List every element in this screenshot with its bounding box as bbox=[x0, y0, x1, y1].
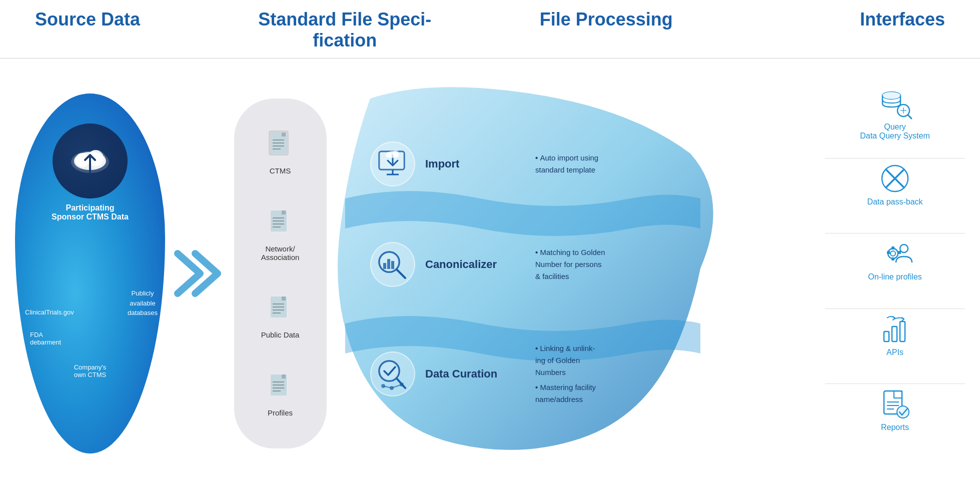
doc-public: Public Data bbox=[261, 294, 300, 339]
interface-profiles: On-line profiles bbox=[825, 238, 965, 308]
interface-passback: Data pass-back bbox=[825, 164, 965, 234]
query-label: QueryData Query System bbox=[860, 122, 930, 140]
svg-point-69 bbox=[900, 244, 908, 252]
interface-reports: Reports bbox=[825, 389, 965, 458]
cloud-upload-icon bbox=[53, 124, 128, 198]
import-icon bbox=[370, 142, 415, 186]
data-curation-row: Data Curation Linking & unlink-ing of Go… bbox=[370, 342, 695, 406]
svg-rect-67 bbox=[887, 251, 890, 254]
svg-rect-44 bbox=[387, 259, 390, 269]
source-data-section: ParticipatingSponsor CTMS Data ClinicalT… bbox=[10, 78, 170, 468]
api-icon bbox=[880, 314, 910, 344]
file-processing-section: Import Auto import usingstandard templat… bbox=[330, 78, 820, 468]
svg-line-53 bbox=[392, 384, 402, 388]
reports-icon bbox=[880, 389, 910, 419]
profiles-label: On-line profiles bbox=[868, 272, 922, 282]
svg-rect-66 bbox=[891, 258, 894, 260]
svg-rect-31 bbox=[271, 374, 287, 396]
svg-line-57 bbox=[908, 115, 911, 118]
header-file-processing: File Processing bbox=[540, 9, 673, 30]
interfaces-section: QueryData Query System Data pass-back bbox=[820, 78, 970, 468]
svg-rect-43 bbox=[383, 263, 386, 269]
data-curation-label: Data Curation bbox=[425, 368, 515, 380]
import-bullets: Auto import usingstandard template bbox=[535, 152, 598, 176]
file-spec-section: CTMS Network/Association bbox=[230, 98, 330, 448]
source-data-blob: ParticipatingSponsor CTMS Data ClinicalT… bbox=[15, 94, 165, 454]
header-file-spec: Standard File Speci-fication bbox=[258, 9, 431, 50]
clinicaltrials-label: ClinicalTrials.gov bbox=[25, 308, 74, 316]
fda-label: FDAdebarment bbox=[30, 331, 61, 346]
passback-icon bbox=[880, 164, 910, 194]
canonicalizer-label: Canonicalizer bbox=[425, 258, 515, 271]
doc-network: Network/Association bbox=[261, 208, 300, 262]
svg-rect-25 bbox=[271, 296, 287, 318]
svg-point-38 bbox=[386, 152, 392, 158]
file-spec-pill: CTMS Network/Association bbox=[234, 98, 327, 448]
profiles-icon bbox=[879, 238, 911, 268]
svg-rect-72 bbox=[900, 322, 905, 342]
header-source-data: Source Data bbox=[35, 9, 140, 30]
svg-point-77 bbox=[897, 406, 909, 418]
arrow-section bbox=[170, 244, 230, 304]
svg-line-42 bbox=[397, 270, 405, 278]
canonicalizer-bullets: Matching to GoldenNumber for persons& fa… bbox=[535, 246, 605, 282]
svg-point-64 bbox=[890, 251, 895, 256]
company-label: Company'sown CTMS bbox=[74, 364, 107, 378]
doc-profiles-label: Profiles bbox=[268, 408, 293, 417]
data-curation-bullets: Linking & unlink-ing of GoldenNumbers Ma… bbox=[535, 342, 596, 406]
svg-rect-65 bbox=[891, 246, 894, 250]
query-icon bbox=[877, 88, 912, 118]
publicly-label: Publiclyavailabledatabases bbox=[128, 288, 158, 318]
svg-point-4 bbox=[76, 153, 90, 167]
svg-rect-45 bbox=[391, 261, 394, 269]
doc-public-label: Public Data bbox=[261, 330, 300, 339]
reports-label: Reports bbox=[881, 423, 909, 432]
header: Source Data Standard File Speci-fication… bbox=[0, 0, 980, 58]
doc-ctms: CTMS bbox=[267, 130, 294, 175]
svg-rect-13 bbox=[271, 132, 287, 154]
participating-sponsor-label: ParticipatingSponsor CTMS Data bbox=[52, 204, 129, 222]
passback-label: Data pass-back bbox=[867, 198, 922, 206]
doc-profiles: Profiles bbox=[267, 372, 294, 417]
header-interfaces: Interfaces bbox=[860, 9, 945, 30]
svg-rect-71 bbox=[892, 326, 897, 342]
svg-point-55 bbox=[882, 92, 900, 99]
svg-rect-19 bbox=[271, 210, 287, 232]
import-label: Import bbox=[425, 158, 515, 170]
doc-network-label: Network/Association bbox=[261, 244, 300, 262]
svg-rect-70 bbox=[884, 332, 889, 342]
interface-apis: APIs bbox=[825, 314, 965, 384]
import-row: Import Auto import usingstandard templat… bbox=[370, 142, 695, 186]
canonicalizer-icon bbox=[370, 242, 415, 287]
apis-label: APIs bbox=[886, 348, 903, 357]
data-curation-icon bbox=[370, 352, 415, 396]
svg-point-39 bbox=[392, 150, 399, 158]
doc-ctms-label: CTMS bbox=[270, 166, 291, 175]
interface-query: QueryData Query System bbox=[825, 88, 965, 158]
canonicalizer-row: Canonicalizer Matching to GoldenNumber f… bbox=[370, 242, 695, 287]
main-content: ParticipatingSponsor CTMS Data ClinicalT… bbox=[0, 58, 980, 478]
